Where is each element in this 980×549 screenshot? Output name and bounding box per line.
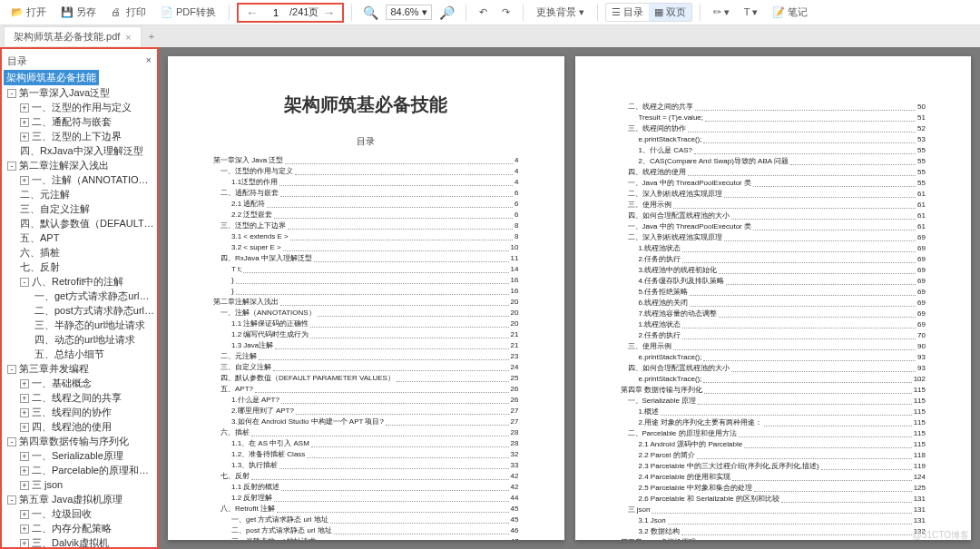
toc-line: }16 (213, 286, 519, 297)
tree-toggle-icon[interactable]: - (7, 437, 16, 446)
toc-line: 3.1 Json131 (621, 515, 926, 526)
tab-close-button[interactable]: × (125, 32, 131, 43)
outline-item[interactable]: 四、动态的url地址请求 (4, 332, 155, 347)
zoom-in-button[interactable]: 🔎 (436, 5, 458, 20)
outline-button[interactable]: ☰ 目录 (606, 4, 649, 21)
highlight-button[interactable]: ✏ ▾ (708, 5, 735, 20)
outline-item[interactable]: 四、RxJava中深入理解泛型 (4, 143, 155, 158)
tree-toggle-icon[interactable]: + (20, 423, 29, 432)
zoom-out-button[interactable]: 🔍 (359, 5, 382, 20)
outline-item[interactable]: 二、post方式请求静态url地址 (4, 303, 155, 318)
open-button[interactable]: 📂打开 (5, 4, 52, 21)
tree-toggle-icon[interactable]: + (20, 103, 29, 113)
tree-toggle-icon[interactable]: - (7, 162, 16, 171)
outline-item[interactable]: 七、反射 (4, 260, 155, 274)
save-button[interactable]: 💾另存 (55, 4, 102, 21)
outline-item[interactable]: 五、总结小细节 (4, 347, 155, 361)
outline-item[interactable]: +一、Serializable原理 (4, 448, 155, 463)
page-1: 架构师筑基必备技能 目录 第一章深入 Java 泛型4一、泛型的作用与定义41.… (168, 56, 564, 540)
document-tab[interactable]: 架构师筑基必备技能.pdf × (4, 26, 142, 46)
toc-line: 四、RxJava 中深入理解泛型11 (213, 253, 519, 264)
toc-line: 1.1 反射的概述42 (213, 482, 519, 493)
toc-line: 四、如何合理配置线程池的大小93 (621, 363, 926, 374)
tree-toggle-icon[interactable]: + (20, 176, 29, 185)
outline-item[interactable]: +一、注解（ANNOTATIONS） (4, 172, 155, 187)
outline-item[interactable]: +二、通配符与嵌套 (4, 114, 155, 129)
tree-toggle-icon[interactable]: + (20, 539, 29, 548)
toc-line: 3.1 < extends E >8 (213, 231, 519, 242)
outline-item[interactable]: -第三章并发编程 (4, 361, 155, 376)
tree-toggle-icon[interactable]: + (20, 524, 29, 534)
zoom-select[interactable]: 84.6% ▾ (386, 5, 431, 20)
toc-heading: 目录 (213, 135, 519, 148)
change-bg-button[interactable]: 更换背景 ▾ (531, 4, 590, 21)
toc-line: 三、使用示例90 (621, 341, 926, 352)
tree-toggle-icon[interactable]: + (20, 132, 29, 142)
outline-item[interactable]: +二、线程之间的共享 (4, 390, 155, 405)
tree-toggle-icon[interactable]: - (20, 278, 29, 287)
sidebar-close-button[interactable]: × (146, 54, 152, 68)
outline-item[interactable]: +三、Dalvik虚拟机 (4, 535, 155, 549)
tree-toggle-icon[interactable]: + (20, 118, 29, 127)
outline-item[interactable]: 四、默认参数值（DEFAULT PARAMET (4, 216, 155, 230)
outline-item[interactable]: -八、Retrofit中的注解 (4, 274, 155, 289)
outline-item[interactable]: +三、线程间的协作 (4, 405, 155, 419)
tree-toggle-icon[interactable]: - (7, 495, 16, 505)
tree-toggle-icon[interactable]: + (20, 408, 29, 417)
outline-item[interactable]: +一、垃圾回收 (4, 506, 155, 521)
outline-item[interactable]: +三、泛型的上下边界 (4, 129, 155, 143)
toc-line: 6.线程池的关闭69 (621, 298, 926, 309)
outline-item[interactable]: +三 json (4, 477, 155, 492)
rotate-left-button[interactable]: ↶ (474, 5, 493, 20)
double-page-button[interactable]: ▦ 双页 (649, 4, 691, 21)
toc-line: 第四章 数据传输与序列化115 (621, 385, 926, 396)
toc-line: 一、get 方式请求静态 url 地址45 (213, 515, 519, 525)
tree-toggle-icon[interactable]: + (20, 379, 29, 388)
outline-item[interactable]: 二、元注解 (4, 187, 155, 201)
page-input[interactable] (262, 7, 289, 18)
prev-page-button[interactable]: ← (242, 5, 262, 20)
tree-toggle-icon[interactable]: - (7, 89, 16, 98)
rotate-right-button[interactable]: ↷ (496, 5, 515, 20)
tree-toggle-icon[interactable]: + (20, 481, 29, 490)
page-navigation: ← /241页 → (237, 3, 344, 23)
print-button[interactable]: 🖨打印 (105, 4, 152, 21)
new-tab-button[interactable]: + (142, 31, 162, 42)
outline-item[interactable]: 三、半静态的url地址请求 (4, 318, 155, 332)
outline-item[interactable]: +二、内存分配策略 (4, 521, 155, 535)
outline-item[interactable]: 六、插桩 (4, 245, 155, 260)
outline-item[interactable]: +二、Parcelable的原理和使用方法 (4, 463, 155, 477)
toc-line: 5.任务拒绝策略69 (621, 287, 926, 298)
page-2: 二、线程之间的共享50Tresult = (T)e.value;51三、线程间的… (575, 56, 972, 540)
tree-toggle-icon[interactable]: + (20, 394, 29, 403)
outline-item[interactable]: 五、APT (4, 230, 155, 245)
outline-item[interactable]: -第四章数据传输与序列化 (4, 434, 155, 448)
outline-item[interactable]: +四、线程池的使用 (4, 419, 155, 434)
outline-item[interactable]: 一、get方式请求静态url地址 (4, 289, 155, 303)
tree-toggle-icon[interactable]: + (20, 466, 29, 475)
page-viewer[interactable]: 架构师筑基必备技能 目录 第一章深入 Java 泛型4一、泛型的作用与定义41.… (159, 47, 980, 549)
tree-toggle-icon[interactable]: - (7, 365, 16, 374)
tree-toggle-icon[interactable]: + (20, 510, 29, 519)
toc-line: 四、如何合理配置线程池的大小61 (621, 211, 926, 221)
text-button[interactable]: T ▾ (739, 5, 764, 20)
toc-line: 1.1 注解保证码的正确性20 (213, 319, 519, 329)
separator (700, 5, 701, 21)
toc-line: 1.1泛型的作用4 (213, 177, 519, 188)
toc-line: 1.3 Java注解21 (213, 340, 519, 351)
pdf-convert-button[interactable]: 📄PDF转换 (155, 4, 221, 21)
tree-toggle-icon[interactable]: + (20, 452, 29, 461)
outline-root[interactable]: 架构师筑基必备技能 (4, 70, 99, 85)
outline-item[interactable]: -第二章注解深入浅出 (4, 158, 155, 172)
tab-title: 架构师筑基必备技能.pdf (14, 30, 120, 44)
outline-item[interactable]: 三、自定义注解 (4, 201, 155, 216)
toc-line: 二、深入剖析线程池实现原理69 (621, 232, 926, 243)
outline-item[interactable]: -第五章 Java虚拟机原理 (4, 492, 155, 506)
outline-item[interactable]: +一、泛型的作用与定义 (4, 100, 155, 114)
next-page-button[interactable]: → (318, 5, 338, 20)
note-button[interactable]: 📝 笔记 (767, 4, 813, 21)
separator (597, 5, 598, 21)
outline-item[interactable]: -第一章深入Java泛型 (4, 85, 155, 100)
outline-item[interactable]: +一、基础概念 (4, 376, 155, 390)
toc-line: 1.什么是 APT?26 (213, 395, 519, 406)
